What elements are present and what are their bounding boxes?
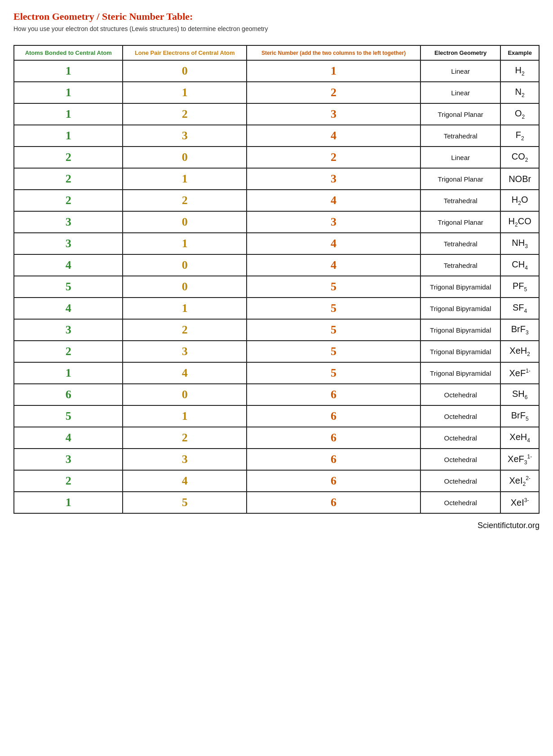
cell-geometry: Linear xyxy=(420,60,500,82)
table-row: 213Trigonal PlanarNOBr xyxy=(14,168,539,190)
cell-geometry: Octehedral xyxy=(420,405,500,427)
cell-geometry: Trigonal Bipyramidal xyxy=(420,319,500,341)
cell-steric: 6 xyxy=(247,427,420,449)
cell-example: H2 xyxy=(500,60,539,82)
cell-atoms: 3 xyxy=(14,319,123,341)
table-row: 202LinearCO2 xyxy=(14,147,539,168)
table-row: 505Trigonal BipyramidalPF5 xyxy=(14,276,539,298)
cell-steric: 5 xyxy=(247,276,420,298)
cell-geometry: Octehedral xyxy=(420,470,500,492)
cell-steric: 1 xyxy=(247,60,420,82)
cell-example: PF5 xyxy=(500,276,539,298)
cell-lone: 1 xyxy=(123,405,247,427)
table-row: 134TetrahedralF2 xyxy=(14,125,539,147)
cell-lone: 1 xyxy=(123,168,247,190)
cell-lone: 2 xyxy=(123,319,247,341)
table-row: 303Trigonal PlanarH2CO xyxy=(14,211,539,233)
header-geometry: Electron Geometry xyxy=(420,45,500,60)
cell-atoms: 4 xyxy=(14,254,123,276)
cell-example: O2 xyxy=(500,103,539,125)
cell-atoms: 2 xyxy=(14,168,123,190)
cell-lone: 1 xyxy=(123,233,247,254)
cell-steric: 4 xyxy=(247,254,420,276)
cell-example: NH3 xyxy=(500,233,539,254)
header-lone: Lone Pair Electrons of Central Atom xyxy=(123,45,247,60)
cell-steric: 6 xyxy=(247,470,420,492)
table-row: 145Trigonal BipyramidalXeF1- xyxy=(14,362,539,384)
cell-lone: 3 xyxy=(123,125,247,147)
cell-geometry: Trigonal Planar xyxy=(420,211,500,233)
cell-atoms: 2 xyxy=(14,147,123,168)
cell-geometry: Trigonal Planar xyxy=(420,168,500,190)
table-row: 426OctehedralXeH4 xyxy=(14,427,539,449)
table-row: 112LinearN2 xyxy=(14,82,539,103)
cell-atoms: 4 xyxy=(14,427,123,449)
cell-lone: 1 xyxy=(123,82,247,103)
cell-steric: 4 xyxy=(247,190,420,211)
cell-atoms: 3 xyxy=(14,233,123,254)
cell-example: BrF5 xyxy=(500,405,539,427)
cell-steric: 3 xyxy=(247,211,420,233)
cell-geometry: Tetrahedral xyxy=(420,254,500,276)
cell-geometry: Trigonal Bipyramidal xyxy=(420,276,500,298)
cell-example: XeF31- xyxy=(500,449,539,470)
cell-geometry: Octehedral xyxy=(420,384,500,405)
cell-geometry: Trigonal Bipyramidal xyxy=(420,298,500,319)
table-row: 606OctehedralSH6 xyxy=(14,384,539,405)
cell-atoms: 3 xyxy=(14,449,123,470)
table-row: 314TetrahedralNH3 xyxy=(14,233,539,254)
cell-lone: 2 xyxy=(123,190,247,211)
cell-steric: 4 xyxy=(247,233,420,254)
cell-atoms: 5 xyxy=(14,276,123,298)
page-title: Electron Geometry / Steric Number Table: xyxy=(13,11,540,22)
table-row: 101LinearH2 xyxy=(14,60,539,82)
cell-steric: 3 xyxy=(247,103,420,125)
electron-geometry-table: Atoms Bonded to Central Atom Lone Pair E… xyxy=(13,45,540,514)
cell-geometry: Trigonal Planar xyxy=(420,103,500,125)
cell-steric: 6 xyxy=(247,492,420,513)
cell-atoms: 6 xyxy=(14,384,123,405)
cell-geometry: Linear xyxy=(420,147,500,168)
cell-atoms: 5 xyxy=(14,405,123,427)
table-row: 404TetrahedralCH4 xyxy=(14,254,539,276)
cell-lone: 4 xyxy=(123,470,247,492)
cell-example: H2CO xyxy=(500,211,539,233)
header-example: Example xyxy=(500,45,539,60)
cell-geometry: Octehedral xyxy=(420,492,500,513)
cell-steric: 4 xyxy=(247,125,420,147)
cell-lone: 0 xyxy=(123,254,247,276)
cell-geometry: Tetrahedral xyxy=(420,125,500,147)
header-atoms: Atoms Bonded to Central Atom xyxy=(14,45,123,60)
cell-geometry: Octehedral xyxy=(420,427,500,449)
cell-lone: 3 xyxy=(123,449,247,470)
table-row: 336OctehedralXeF31- xyxy=(14,449,539,470)
cell-example: CH4 xyxy=(500,254,539,276)
cell-example: BrF3 xyxy=(500,319,539,341)
table-row: 156OctehedralXeI3- xyxy=(14,492,539,513)
cell-steric: 5 xyxy=(247,298,420,319)
table-row: 246OctehedralXeI22- xyxy=(14,470,539,492)
cell-example: XeI22- xyxy=(500,470,539,492)
cell-example: CO2 xyxy=(500,147,539,168)
cell-geometry: Trigonal Bipyramidal xyxy=(420,362,500,384)
cell-example: SF4 xyxy=(500,298,539,319)
cell-atoms: 1 xyxy=(14,362,123,384)
cell-atoms: 1 xyxy=(14,103,123,125)
cell-example: N2 xyxy=(500,82,539,103)
cell-atoms: 2 xyxy=(14,341,123,362)
cell-steric: 6 xyxy=(247,449,420,470)
cell-lone: 3 xyxy=(123,341,247,362)
cell-lone: 4 xyxy=(123,362,247,384)
cell-steric: 6 xyxy=(247,384,420,405)
cell-steric: 5 xyxy=(247,341,420,362)
cell-steric: 5 xyxy=(247,362,420,384)
cell-atoms: 2 xyxy=(14,470,123,492)
table-row: 235Trigonal BipyramidalXeH2 xyxy=(14,341,539,362)
cell-steric: 5 xyxy=(247,319,420,341)
cell-geometry: Trigonal Bipyramidal xyxy=(420,341,500,362)
cell-atoms: 1 xyxy=(14,125,123,147)
cell-lone: 2 xyxy=(123,103,247,125)
cell-atoms: 1 xyxy=(14,82,123,103)
cell-example: NOBr xyxy=(500,168,539,190)
cell-lone: 0 xyxy=(123,60,247,82)
